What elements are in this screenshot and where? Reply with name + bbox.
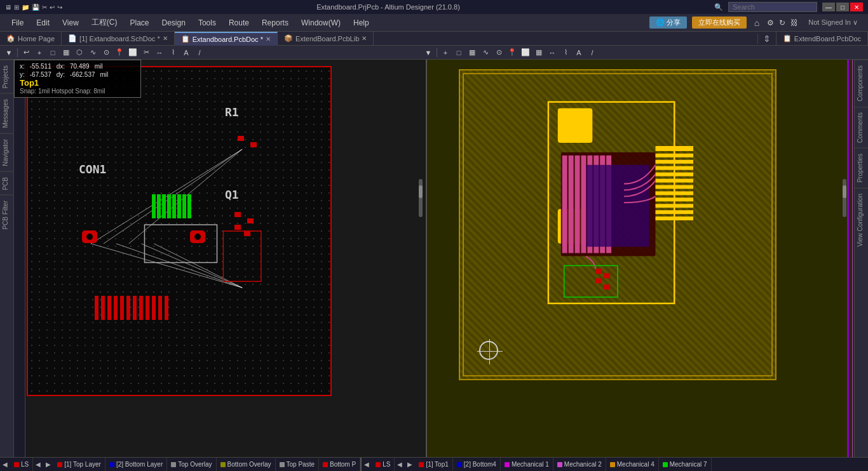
menu-window[interactable]: Window(W) [295, 16, 347, 30]
svg-rect-24 [139, 296, 143, 320]
layer-bot-overlay-left[interactable]: Bottom Overlay [217, 458, 276, 472]
layer-nav-next2-right[interactable]: ▶ [405, 460, 415, 469]
buy-button[interactable]: 立即在线购买 [692, 17, 747, 29]
panel-comments[interactable]: Comments [855, 107, 869, 148]
layer-ls-right[interactable]: LS [372, 458, 395, 472]
panel-navigator[interactable]: Navigator [0, 133, 14, 171]
tool-r-grid[interactable]: ▦ [466, 47, 478, 58]
panel-pcb[interactable]: PCB [0, 171, 14, 196]
layer-nav-prev-left[interactable]: ◀ [0, 460, 10, 469]
menu-place[interactable]: Place [124, 16, 156, 30]
menu-file[interactable]: File [5, 16, 30, 30]
tool-via[interactable]: ⊙ [100, 47, 112, 58]
scrollbar-right[interactable] [843, 179, 846, 217]
tool-r-line[interactable]: / [586, 47, 599, 58]
tool-cut[interactable]: ✂ [140, 47, 153, 58]
tool-r-rect[interactable]: □ [452, 47, 465, 58]
tab-schdoc[interactable]: 📄 [1] Extandboard.SchDoc * ✕ [62, 32, 175, 46]
tool-r-via[interactable]: ⊙ [492, 47, 505, 58]
layer-top1-right[interactable]: [1] Top1 [415, 458, 452, 472]
menu-edit[interactable]: Edit [30, 16, 56, 30]
scrollbar-left[interactable] [419, 179, 423, 217]
tool-r-add[interactable]: + [439, 47, 452, 58]
split-view-arrow[interactable]: ⇕ [763, 34, 771, 44]
svg-rect-42 [586, 165, 649, 247]
menu-tools[interactable]: Tools [192, 16, 222, 30]
menu-help[interactable]: Help [347, 16, 376, 30]
layer-mech4-right[interactable]: Mechanical 4 [606, 458, 659, 472]
tool-poly[interactable]: ⬡ [73, 47, 86, 58]
panel-messages[interactable]: Messages [0, 93, 14, 133]
close-button[interactable]: ✕ [850, 3, 863, 11]
tool-dim[interactable]: ↔ [153, 47, 166, 58]
tab-right-pcbdoc[interactable]: 📋 ExtendBoard.PcbDoc [776, 32, 868, 46]
menu-design[interactable]: Design [156, 16, 192, 30]
pcb-board-left[interactable]: R1 Q1 CON1 [27, 66, 332, 396]
menu-view[interactable]: View [56, 16, 85, 30]
scroll-thumb-left[interactable] [419, 185, 423, 198]
panel-pcbfilter[interactable]: PCB Filter [0, 195, 14, 235]
user-account[interactable]: Not Signed In ∨ [803, 17, 863, 28]
tool-r-text[interactable]: A [573, 47, 585, 58]
tool-pin[interactable]: 📍 [113, 47, 126, 58]
tool-r-wave[interactable]: ⌇ [559, 47, 572, 58]
tool-wave[interactable]: ⌇ [166, 47, 179, 58]
minimize-button[interactable]: — [822, 3, 835, 11]
search-input[interactable] [728, 2, 817, 12]
panel-projects[interactable]: Projects [0, 60, 14, 93]
panel-view-config[interactable]: View Configuration [855, 188, 869, 252]
pcb-view-right[interactable] [427, 60, 854, 457]
tool-r-route[interactable]: ∿ [479, 47, 492, 58]
layer-mech7-right[interactable]: Mechanical 7 [659, 458, 712, 472]
settings-icon[interactable]: ⚙ [767, 18, 774, 27]
layer-mech1-right[interactable]: Mechanical 1 [501, 458, 553, 472]
menu-reports[interactable]: Reports [255, 16, 295, 30]
panel-components[interactable]: Components [855, 60, 869, 107]
layer-bottom-left[interactable]: [2] Bottom Layer [105, 458, 167, 472]
layer-bottom4-right[interactable]: [2] Bottom4 [453, 458, 501, 472]
tool-r-filter[interactable]: ▼ [422, 47, 435, 58]
tool-route[interactable]: ∿ [86, 47, 99, 58]
tool-r-pin[interactable]: 📍 [506, 47, 519, 58]
share-button[interactable]: 🌐 分享 [649, 17, 687, 29]
tool-filter[interactable]: ▼ [3, 47, 15, 58]
tool-undo[interactable]: ↩ [20, 47, 32, 58]
tool-r-grid2[interactable]: ▦ [532, 47, 545, 58]
pcb-view-left[interactable]: ↕ [14, 60, 427, 457]
tool-r-dim[interactable]: ↔ [546, 47, 559, 58]
pcb-board-right[interactable] [459, 69, 776, 380]
layer-nav-prev2-right[interactable]: ◀ [395, 460, 405, 469]
window-controls: — □ ✕ [822, 3, 863, 11]
menu-route[interactable]: Route [222, 16, 255, 30]
link-icon[interactable]: ⛓ [790, 18, 798, 27]
layer-mech2-right[interactable]: Mechanical 2 [553, 458, 606, 472]
tool-r-comp[interactable]: ⬜ [519, 47, 532, 58]
home-button[interactable]: ⌂ [752, 17, 762, 29]
tool-line[interactable]: / [193, 47, 206, 58]
layer-bot-p-left[interactable]: Bottom P [319, 458, 360, 472]
layer-nav-prev-right[interactable]: ◀ [362, 460, 372, 469]
tab-pcbdoc[interactable]: 📋 Extandboard.PcbDoc * ✕ [175, 32, 278, 46]
lib-tab-close[interactable]: ✕ [362, 35, 367, 42]
svg-rect-35 [569, 156, 574, 253]
tool-add[interactable]: + [33, 47, 46, 58]
layer-ls-left[interactable]: LS [10, 458, 33, 472]
scroll-thumb-right[interactable] [843, 185, 846, 198]
tab-home[interactable]: 🏠 Home Page [0, 32, 62, 46]
layer-top-overlay-left[interactable]: Top Overlay [167, 458, 216, 472]
tab-pcblib[interactable]: 📦 ExtendBoard.PcbLib ✕ [278, 32, 374, 46]
layer-top-paste-left[interactable]: Top Paste [276, 458, 319, 472]
panel-properties[interactable]: Properties [855, 148, 869, 188]
layer-nav-prev2-left[interactable]: ◀ [33, 460, 43, 469]
tool-comp[interactable]: ⬜ [126, 47, 139, 58]
layer-nav-next2-left[interactable]: ▶ [43, 460, 53, 469]
maximize-button[interactable]: □ [836, 3, 849, 11]
tool-rect[interactable]: □ [46, 47, 59, 58]
refresh-icon[interactable]: ↻ [779, 18, 785, 27]
menu-project[interactable]: 工程(C) [85, 15, 124, 30]
tool-grid[interactable]: ▦ [60, 47, 72, 58]
sch-tab-close[interactable]: ✕ [163, 35, 168, 42]
layer-top-left[interactable]: [1] Top Layer [53, 458, 105, 472]
tool-text[interactable]: A [180, 47, 193, 58]
pcb-tab-close[interactable]: ✕ [266, 36, 271, 43]
